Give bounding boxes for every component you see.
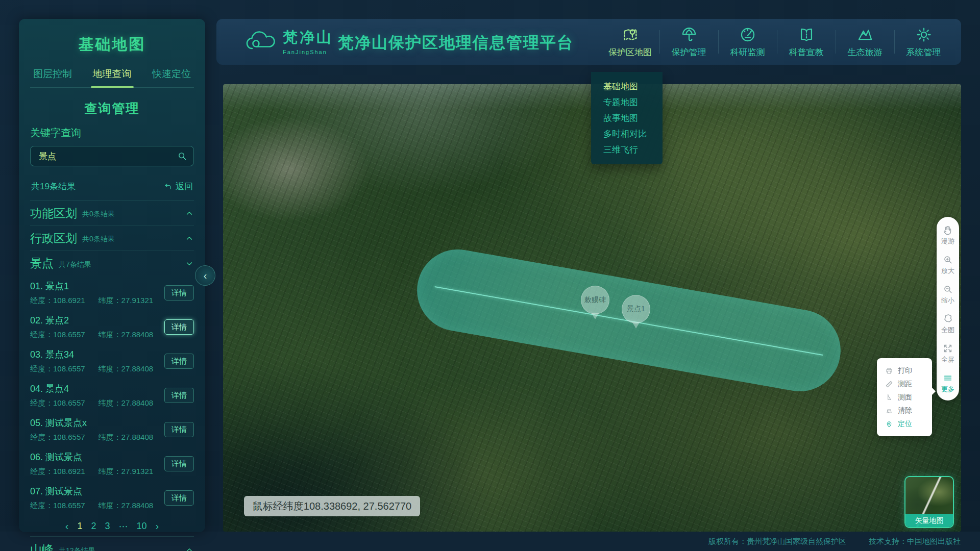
detail-button[interactable]: 详情 (164, 319, 194, 335)
group-function-zoning[interactable]: 功能区划 共0条结果 (30, 201, 194, 226)
chevron-up-icon (185, 545, 194, 551)
chevron-up-icon (185, 234, 194, 243)
detail-button[interactable]: 详情 (164, 456, 194, 471)
list-item: 06. 测试景点 经度：108.6921纬度：27.91321 详情 (30, 447, 194, 481)
main-nav: 保护区地图 保护管理 科研监测 (601, 19, 953, 65)
umbrella-icon (680, 26, 698, 43)
tab-quick-locate[interactable]: 快速定位 (152, 67, 191, 81)
query-manage-title: 查询管理 (30, 100, 194, 117)
gauge-icon (739, 26, 756, 43)
chevron-down-icon (185, 259, 194, 268)
back-button[interactable]: 返回 (164, 181, 193, 192)
nav-reserve-map[interactable]: 保护区地图 (601, 26, 659, 58)
menu-item-basic-map[interactable]: 基础地图 (591, 79, 663, 94)
list-item: 03. 景点34 经度：108.6557纬度：27.88408 详情 (30, 344, 194, 379)
group-scenic-spots[interactable]: 景点 共7条结果 (30, 251, 194, 276)
tech-support-text: 技术支持：中国地图出版社 (869, 537, 961, 546)
keyword-search (30, 146, 194, 166)
minimap[interactable]: 矢量地图 (904, 476, 954, 528)
sidebar-collapse-button[interactable]: ‹ (195, 265, 215, 286)
menu-item-story-map[interactable]: 故事地图 (591, 110, 663, 126)
nav-science-education[interactable]: 科普宣教 (777, 26, 836, 58)
fullscreen-icon (942, 343, 953, 354)
clear-broom-icon (885, 407, 893, 415)
sidebar-title: 基础地图 (30, 19, 194, 55)
page-1[interactable]: 1 (77, 521, 82, 532)
pagination: ‹ 1 2 3 ⋯ 10 › (30, 520, 194, 532)
results-total: 共19条结果 (31, 181, 76, 192)
print-button[interactable]: 打印 (885, 364, 926, 378)
nav-system-management[interactable]: 系统管理 (894, 26, 953, 58)
locate-button[interactable]: 定位 (885, 417, 926, 431)
detail-button[interactable]: 详情 (164, 388, 194, 403)
page-prev-icon[interactable]: ‹ (65, 520, 69, 532)
sidebar-panel: 基础地图 图层控制 地理查询 快速定位 查询管理 关键字查询 共19条结果 返回 (19, 19, 205, 532)
brand-logo: 梵净山 FanJingShan (245, 28, 333, 55)
marker-chicibei[interactable]: 敕赐碑 (581, 286, 609, 314)
cloud-logo-icon (245, 28, 278, 55)
tab-geo-query[interactable]: 地理查询 (93, 67, 132, 81)
locate-pin-icon (885, 420, 893, 428)
more-tools-button[interactable]: 更多 (941, 372, 954, 394)
measure-distance-button[interactable]: 测距 (885, 378, 926, 391)
brand-subtitle: FanJingShan (283, 49, 333, 55)
gear-icon (915, 26, 933, 43)
detail-button[interactable]: 详情 (164, 354, 194, 369)
chevron-up-icon (185, 209, 194, 218)
nav-research-monitoring[interactable]: 科研监测 (718, 26, 777, 58)
page-10[interactable]: 10 (137, 521, 147, 532)
list-item: 04. 景点4 经度：108.6557纬度：27.88408 详情 (30, 379, 194, 413)
pan-tool-button[interactable]: 漫游 (941, 224, 954, 246)
measure-area-icon (885, 393, 893, 402)
fullscreen-button[interactable]: 全屏 (941, 343, 954, 364)
printer-icon (885, 367, 893, 375)
vector-map-toggle[interactable]: 矢量地图 (905, 514, 953, 527)
menu-item-3d-flight[interactable]: 三维飞行 (591, 142, 663, 158)
copyright-text: 版权所有：贵州梵净山国家级自然保护区 (708, 537, 846, 546)
zoom-out-icon (942, 284, 953, 295)
mouse-coords-readout: 鼠标经纬度108.338692, 27.562770 (244, 496, 420, 516)
list-item: 07. 测试景点 经度：108.6557纬度：27.88408 详情 (30, 481, 194, 515)
detail-button[interactable]: 详情 (164, 490, 194, 506)
menu-item-thematic-map[interactable]: 专题地图 (591, 94, 663, 110)
menu-item-temporal-compare[interactable]: 多时相对比 (591, 126, 663, 142)
map-type-dropdown: 基础地图 专题地图 故事地图 多时相对比 三维飞行 (591, 72, 663, 164)
page-ellipsis: ⋯ (119, 521, 128, 532)
top-header: 梵净山 FanJingShan 梵净山保护区地理信息管理平台 保护区地图 保护管… (216, 19, 961, 65)
page-3[interactable]: 3 (105, 521, 110, 532)
return-arrow-icon (164, 182, 173, 191)
brand-name: 梵净山 (283, 28, 333, 48)
full-extent-button[interactable]: 全图 (941, 313, 954, 335)
search-icon[interactable] (177, 151, 188, 162)
map-icon (622, 26, 639, 43)
detail-button[interactable]: 详情 (164, 285, 194, 300)
group-mountain-peaks[interactable]: 山峰 共12条结果 (30, 536, 194, 551)
group-admin-zoning[interactable]: 行政区划 共0条结果 (30, 226, 194, 251)
brand-text: 梵净山 FanJingShan (283, 28, 333, 55)
list-item: 05. 测试景点x 经度：108.6557纬度：27.88408 详情 (30, 413, 194, 447)
clear-button[interactable]: 清除 (885, 404, 926, 417)
tab-layer-control[interactable]: 图层控制 (33, 67, 72, 81)
more-tools-popup: 打印 测距 测面 清除 (877, 358, 932, 436)
search-input[interactable] (30, 146, 194, 166)
zoom-out-button[interactable]: 缩小 (941, 284, 954, 305)
list-item-selected: 02. 景点2 经度：108.6557纬度：27.88408 详情 (30, 310, 194, 344)
map-toolbar: 漫游 放大 缩小 全图 (937, 217, 959, 400)
pan-hand-icon (942, 224, 953, 236)
page-title: 梵净山保护区地理信息管理平台 (338, 32, 574, 54)
page-next-icon[interactable]: › (156, 520, 159, 532)
keyword-label: 关键字查询 (30, 126, 194, 140)
marker-jingdian1[interactable]: 景点1 (622, 295, 650, 323)
zoom-in-icon (942, 254, 953, 265)
nav-eco-tourism[interactable]: 生态旅游 (836, 26, 894, 58)
app-root: 基础地图 图层控制 地理查询 快速定位 查询管理 关键字查询 共19条结果 返回 (0, 0, 980, 551)
zoom-in-button[interactable]: 放大 (941, 254, 954, 276)
measure-area-button[interactable]: 测面 (885, 391, 926, 404)
book-icon (798, 26, 815, 43)
mountain-icon (856, 26, 874, 43)
measure-distance-icon (885, 380, 893, 388)
results-summary-row: 共19条结果 返回 (30, 181, 194, 201)
nav-protection-management[interactable]: 保护管理 (659, 26, 718, 58)
detail-button[interactable]: 详情 (164, 422, 194, 437)
page-2[interactable]: 2 (91, 521, 96, 532)
